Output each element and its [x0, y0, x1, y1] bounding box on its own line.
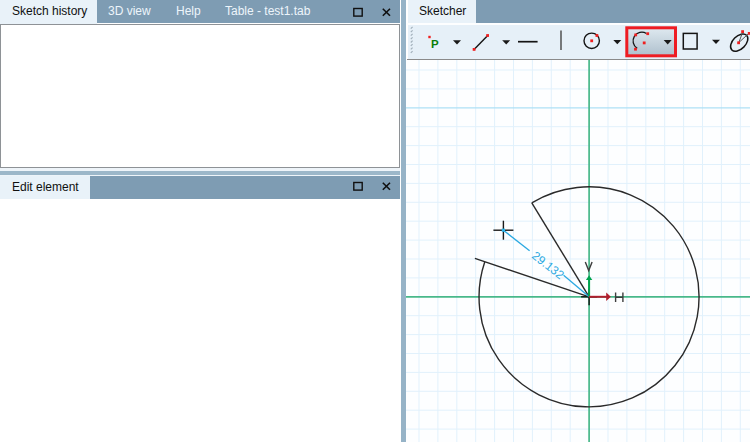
svg-text:P: P [431, 38, 439, 50]
